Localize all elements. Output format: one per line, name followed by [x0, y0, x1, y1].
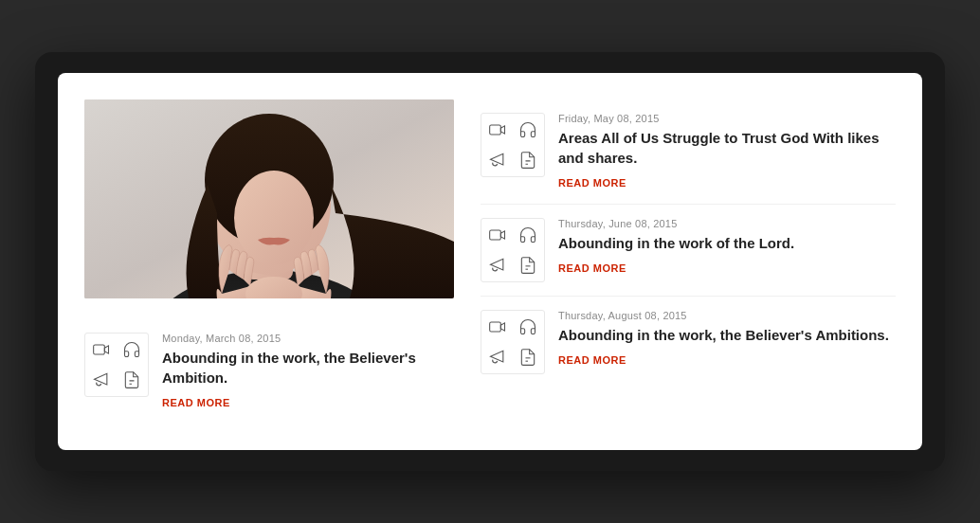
video-icon [485, 223, 510, 247]
headphones-icon [516, 223, 540, 247]
article-text-middle-right: Thursday, June 08, 2015 Abounding in the… [558, 218, 896, 276]
article-date: Friday, May 08, 2015 [558, 113, 896, 124]
svg-rect-13 [490, 230, 501, 240]
article-title: Areas All of Us Struggle to Trust God Wi… [558, 128, 896, 168]
headphones-icon [516, 315, 540, 339]
video-icon [485, 315, 510, 339]
article-item-top-right: Friday, May 08, 2015 Areas All of Us Str… [481, 99, 896, 205]
megaphone-icon [485, 148, 510, 172]
headphones-icon [516, 117, 540, 142]
megaphone-icon [485, 253, 510, 278]
device-frame: Monday, March 08, 2015 Abounding in the … [35, 52, 945, 471]
left-column: Monday, March 08, 2015 Abounding in the … [84, 99, 454, 424]
svg-point-5 [234, 171, 314, 265]
article-item-bottom-left: Monday, March 08, 2015 Abounding in the … [84, 319, 454, 424]
hero-image [84, 99, 454, 298]
read-more-link[interactable]: READ MORE [558, 177, 626, 189]
icons-grid-middle-right [481, 218, 545, 282]
video-icon [485, 117, 510, 142]
svg-rect-16 [490, 322, 501, 332]
main-content: Monday, March 08, 2015 Abounding in the … [84, 99, 896, 424]
read-more-link[interactable]: READ MORE [558, 354, 626, 366]
article-date: Thursday, June 08, 2015 [558, 218, 896, 229]
document-icon [516, 148, 540, 172]
article-text-bottom-left: Monday, March 08, 2015 Abounding in the … [162, 333, 454, 410]
screen: Monday, March 08, 2015 Abounding in the … [58, 73, 922, 450]
article-date: Monday, March 08, 2015 [162, 333, 454, 344]
article-title: Abounding in the work, the Believer's Am… [558, 325, 896, 345]
megaphone-icon [485, 345, 510, 370]
svg-rect-7 [94, 345, 105, 354]
article-text-bottom-right: Thursday, August 08, 2015 Abounding in t… [558, 310, 896, 368]
headphones-icon [119, 337, 144, 362]
article-title: Abounding in the work, the Believer's Am… [162, 348, 454, 388]
article-date: Thursday, August 08, 2015 [558, 310, 896, 321]
icons-grid-bottom-right [481, 310, 545, 374]
icons-grid-top-right [481, 113, 545, 177]
document-icon [516, 253, 540, 278]
read-more-link[interactable]: READ MORE [162, 397, 230, 408]
article-item-bottom-right: Thursday, August 08, 2015 Abounding in t… [481, 297, 896, 388]
read-more-link[interactable]: READ MORE [558, 262, 626, 274]
megaphone-icon [89, 368, 114, 392]
video-icon [89, 337, 114, 362]
article-item-middle-right: Thursday, June 08, 2015 Abounding in the… [481, 205, 896, 297]
document-icon [119, 368, 144, 392]
icons-grid-bottom-left [84, 333, 149, 397]
document-icon [516, 345, 540, 370]
article-title: Abounding in the work of the Lord. [558, 233, 896, 253]
svg-rect-10 [490, 125, 501, 135]
right-column: Friday, May 08, 2015 Areas All of Us Str… [481, 99, 896, 424]
article-text-top-right: Friday, May 08, 2015 Areas All of Us Str… [558, 113, 896, 190]
